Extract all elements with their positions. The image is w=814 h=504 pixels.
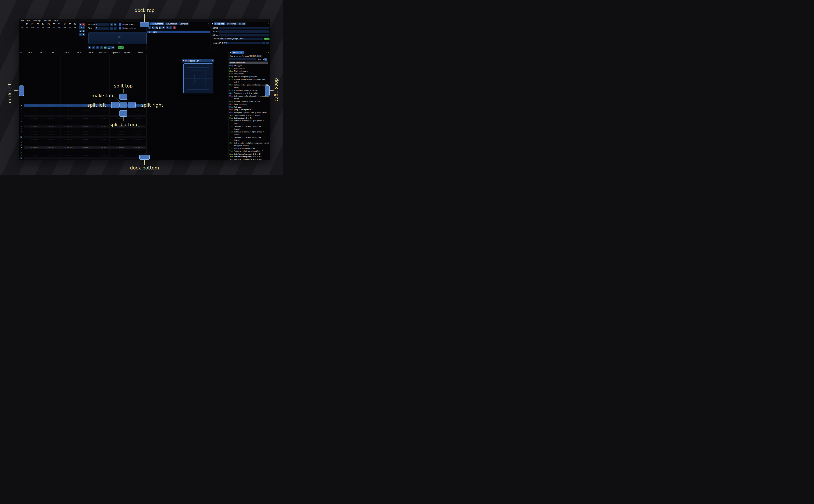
menu-item-file[interactable]: file bbox=[20, 19, 25, 22]
pattern-row[interactable]: 3··· ·· ·· ······ ·· ·· ······ ·· ·· ···… bbox=[19, 112, 146, 115]
pattern-cell[interactable]: ··· ·· ·· ··· bbox=[97, 115, 110, 117]
oscilloscope-window[interactable]: ▼ Oscilloscope (X-Y) × bbox=[182, 59, 214, 95]
effect-row[interactable]: 15xxSet level of operator 4 (0 highest, … bbox=[229, 136, 269, 142]
tuning-input[interactable]: 440 bbox=[223, 42, 262, 44]
pattern-cell[interactable]: ··· ·· ·· ··· bbox=[122, 146, 134, 149]
pattern-cell[interactable]: ··· ·· ·· ··· bbox=[36, 144, 48, 146]
pattern-cell[interactable]: ··· ·· ·· ··· bbox=[73, 160, 85, 160]
pattern-cell[interactable]: ··· ·· ·· ··· bbox=[36, 146, 48, 149]
pattern-cell[interactable]: ··· ·· ·· ··· bbox=[97, 144, 110, 146]
channel-header-square-1[interactable]: Square 1 bbox=[97, 51, 110, 54]
tab-speed[interactable]: Speed bbox=[238, 22, 246, 25]
play-from-cursor-button[interactable]: ⇥ bbox=[96, 46, 99, 49]
order-cell[interactable]: 00 bbox=[25, 27, 30, 29]
step-increase-button[interactable]: + bbox=[114, 27, 116, 30]
pattern-cell[interactable]: ··· ·· ·· ··· bbox=[60, 160, 73, 160]
pattern-cell[interactable]: ··· ·· ·· ··· bbox=[24, 144, 36, 146]
channel-header-fm-5[interactable]: FM 5 bbox=[73, 51, 85, 54]
order-row[interactable]: 0000000000000000000000 bbox=[20, 27, 79, 29]
pattern-cell[interactable]: ··· ·· ·· ··· bbox=[36, 141, 48, 144]
pattern-cell[interactable]: ··· ·· ·· ··· bbox=[48, 125, 60, 128]
pattern-cell[interactable]: ··· ·· ·· ··· bbox=[60, 144, 73, 146]
pattern-cell[interactable]: ··· ·· ·· ··· bbox=[122, 144, 134, 146]
pattern-cell[interactable]: ··· ·· ·· ··· bbox=[24, 104, 36, 107]
pattern-cell[interactable]: ··· ·· ·· ··· bbox=[60, 154, 73, 157]
pattern-cell[interactable]: ··· ·· ·· ··· bbox=[134, 133, 146, 136]
order-cell[interactable]: 00 bbox=[57, 27, 62, 29]
effect-row[interactable]: 03xxPortamento bbox=[229, 73, 269, 75]
pattern-cell[interactable]: ··· ·· ·· ··· bbox=[48, 138, 60, 141]
pattern-cell[interactable]: ··· ·· ·· ··· bbox=[97, 141, 110, 144]
pattern-cell[interactable]: ··· ·· ·· ··· bbox=[36, 152, 48, 154]
pattern-row[interactable]: 9··· ·· ·· ······ ·· ·· ······ ·· ·· ···… bbox=[19, 128, 146, 130]
pattern-cell[interactable]: ··· ·· ·· ··· bbox=[97, 112, 110, 115]
pattern-cell[interactable]: ··· ·· ·· ··· bbox=[73, 152, 85, 154]
order-cell[interactable]: 00 bbox=[62, 27, 67, 29]
order-cell[interactable]: 00 bbox=[51, 27, 57, 29]
pattern-cell[interactable]: ··· ·· ·· ··· bbox=[48, 112, 60, 115]
pattern-cell[interactable]: ··· ·· ·· ··· bbox=[60, 141, 73, 144]
dock-top-target[interactable] bbox=[140, 22, 149, 27]
instrument-list-item[interactable]: ○- None - bbox=[147, 31, 210, 33]
pattern-cell[interactable]: ··· ·· ·· ··· bbox=[36, 117, 48, 120]
effect-row[interactable]: 09xxSet groove pattern (speed 1 if no gr… bbox=[229, 95, 269, 100]
pattern-cell[interactable]: ··· ·· ·· ··· bbox=[85, 138, 97, 141]
pattern-cell[interactable]: ··· ·· ·· ··· bbox=[97, 152, 110, 154]
effects-menu-button[interactable]: ≡ bbox=[264, 58, 267, 61]
pattern-cell[interactable]: ··· ·· ·· ··· bbox=[110, 138, 122, 141]
pattern-cell[interactable]: ··· ·· ·· ··· bbox=[36, 133, 48, 136]
pattern-cell[interactable]: ··· ·· ·· ··· bbox=[110, 141, 122, 144]
pattern-cell[interactable]: ··· ·· ·· ··· bbox=[73, 120, 85, 123]
pattern-cell[interactable]: ··· ·· ·· ··· bbox=[73, 149, 85, 152]
collapse-icon[interactable]: ▼ bbox=[183, 60, 184, 62]
pattern-row[interactable]: 16··· ·· ·· ······ ·· ·· ······ ·· ·· ··… bbox=[19, 146, 146, 149]
effect-row[interactable]: 07xyTremolo (x: speed; y: depth) bbox=[229, 89, 269, 92]
octave-input[interactable]: 3 bbox=[95, 23, 109, 26]
song-close-button[interactable]: × bbox=[268, 22, 269, 25]
open-instrument-button[interactable] bbox=[155, 26, 158, 29]
pattern-cell[interactable]: ··· ·· ·· ··· bbox=[134, 128, 146, 130]
pattern-cell[interactable]: ··· ·· ·· ··· bbox=[122, 154, 134, 157]
effect-row[interactable]: 19xxSet attack of all operators (0 to 1F… bbox=[229, 150, 269, 153]
pattern-cell[interactable]: ··· ·· ·· ··· bbox=[24, 154, 36, 157]
dock-right-target[interactable] bbox=[265, 85, 270, 96]
pattern-cell[interactable]: ··· ·· ·· ··· bbox=[85, 109, 97, 112]
pattern-row[interactable]: 2··· ·· ·· ······ ·· ·· ······ ·· ·· ···… bbox=[19, 109, 146, 112]
order-cell[interactable]: 00 bbox=[73, 27, 78, 29]
pattern-cell[interactable]: ··· ·· ·· ··· bbox=[24, 128, 36, 130]
split-left-target[interactable] bbox=[111, 102, 119, 108]
tuning-increase-button[interactable]: + bbox=[266, 42, 268, 44]
pattern-cell[interactable]: ··· ·· ·· ··· bbox=[36, 107, 48, 109]
pattern-cell[interactable]: ··· ·· ·· ··· bbox=[134, 146, 146, 149]
pattern-row[interactable]: 5··· ·· ·· ······ ·· ·· ······ ·· ·· ···… bbox=[19, 117, 146, 120]
effect-row[interactable]: 0AxyVolume slide (0y: down; x0: up) bbox=[229, 100, 269, 103]
channel-header-fm-1[interactable]: FM 1 bbox=[24, 51, 36, 54]
pattern-cell[interactable]: ··· ·· ·· ··· bbox=[73, 146, 85, 149]
pattern-cell[interactable]: ··· ·· ·· ··· bbox=[24, 157, 36, 160]
pattern-cell[interactable]: ··· ·· ·· ··· bbox=[97, 120, 110, 123]
pattern-row[interactable]: 17··· ·· ·· ······ ·· ·· ······ ·· ·· ··… bbox=[19, 149, 146, 152]
pattern-cell[interactable]: ··· ·· ·· ··· bbox=[85, 141, 97, 144]
pattern-cell[interactable]: ··· ·· ·· ··· bbox=[48, 123, 60, 125]
pattern-cell[interactable]: ··· ·· ·· ··· bbox=[110, 146, 122, 149]
pattern-cell[interactable]: ··· ·· ·· ··· bbox=[24, 152, 36, 154]
pattern-row[interactable]: 12··· ·· ·· ······ ·· ·· ······ ·· ·· ··… bbox=[19, 136, 146, 138]
pattern-cell[interactable]: ··· ·· ·· ··· bbox=[73, 157, 85, 160]
pattern-cell[interactable]: ··· ·· ·· ··· bbox=[110, 157, 122, 160]
pattern-cell[interactable]: ··· ·· ·· ··· bbox=[97, 123, 110, 125]
pattern-row[interactable]: 4··· ·· ·· ······ ·· ·· ······ ·· ·· ···… bbox=[19, 115, 146, 117]
pattern-cell[interactable]: ··· ·· ·· ··· bbox=[85, 144, 97, 146]
pattern-cell[interactable]: ··· ·· ·· ··· bbox=[97, 146, 110, 149]
pattern-cell[interactable]: ··· ·· ·· ··· bbox=[73, 130, 85, 133]
pattern-cell[interactable]: ··· ·· ·· ··· bbox=[60, 123, 73, 125]
pattern-cell[interactable]: ··· ·· ·· ··· bbox=[110, 144, 122, 146]
pattern-cell[interactable]: ··· ·· ·· ··· bbox=[60, 146, 73, 149]
pattern-cell[interactable]: ··· ·· ·· ··· bbox=[73, 128, 85, 130]
pattern-cell[interactable]: ··· ·· ·· ··· bbox=[85, 157, 97, 160]
effect-row[interactable]: 01xxPitch slide up bbox=[229, 67, 269, 70]
pattern-cell[interactable]: ··· ·· ·· ··· bbox=[48, 128, 60, 130]
move-order-up-button[interactable]: ∧ bbox=[82, 26, 85, 29]
pattern-cell[interactable]: ··· ·· ·· ··· bbox=[122, 152, 134, 154]
system-value[interactable]: Sega Genesis/Mega Drive bbox=[219, 38, 263, 40]
pattern-cell[interactable]: ··· ·· ·· ··· bbox=[110, 117, 122, 120]
